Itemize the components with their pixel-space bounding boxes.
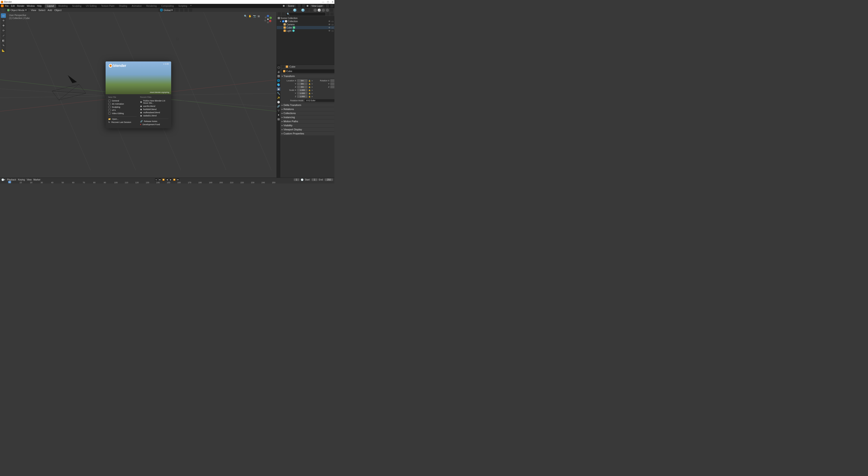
tab-modeling[interactable]: Modeling (56, 4, 70, 8)
splash-recent-3[interactable]: ◉vsdfwadawd.blend (140, 111, 168, 114)
tool-rotate[interactable]: ⟳ (1, 28, 6, 33)
prop-tab-object[interactable]: ▣ (277, 87, 280, 91)
prop-tab-output[interactable]: 🖨 (277, 70, 280, 74)
splash-recent-4[interactable]: ◉sadad21.blend (140, 114, 168, 117)
overlay-toggle-button[interactable] (301, 9, 305, 12)
viewport-menu-object[interactable]: Object (54, 9, 62, 11)
transform-orientation[interactable]: 🌐 Global ▾ (158, 8, 174, 12)
keyframe-dot[interactable] (312, 93, 313, 94)
properties-editor-type-button[interactable] (282, 65, 284, 68)
tool-scale[interactable]: ⤢ (1, 33, 6, 38)
pivot-point-button[interactable] (176, 9, 179, 12)
lock-icon[interactable]: 🔓 (308, 92, 311, 95)
outliner-item-camera[interactable]: Camera 👁▭ (277, 23, 334, 26)
location-z-input[interactable]: 0m (297, 86, 308, 88)
disclosure-triangle-icon[interactable]: ▾ (280, 20, 282, 23)
jump-end-button[interactable]: ⏭ (177, 178, 179, 181)
prop-tab-constraints[interactable]: 🔗 (277, 104, 280, 108)
viewport-menu-add[interactable]: Add (48, 9, 52, 11)
overlay-settings-button[interactable] (306, 9, 309, 12)
tool-annotate[interactable]: ✎ (1, 43, 6, 48)
visibility-eye-icon[interactable]: 👁 (328, 20, 331, 23)
scale-y-input[interactable]: 1.000 (297, 92, 308, 95)
tab-compositing[interactable]: Compositing (159, 4, 176, 8)
splash-recent-0[interactable]: ◉Roblox New Blender 2.8 Move Silv... (140, 99, 168, 105)
outliner-search-input[interactable]: 🔍 (286, 13, 326, 15)
keyframe-dot[interactable] (312, 87, 313, 88)
outliner-collection[interactable]: ▾ Collection 👁▭ (277, 20, 334, 23)
tab-shading[interactable]: Shading (117, 4, 129, 8)
window-maximize-button[interactable]: ▢ (327, 1, 329, 3)
panel-viewport-display-header[interactable]: ▸Viewport Display (280, 128, 334, 131)
prop-tab-render[interactable]: 🖵 (277, 66, 280, 69)
camera-view-icon[interactable]: 📷 (253, 15, 256, 18)
menu-render[interactable]: Render (17, 5, 24, 7)
shading-wireframe-button[interactable] (314, 9, 317, 12)
mode-selector[interactable]: Object Mode ▾ (6, 8, 28, 12)
splash-new-vfx[interactable]: VFX (108, 109, 136, 112)
tool-move[interactable]: ✥ (1, 23, 6, 28)
viewport-menu-view[interactable]: View (31, 9, 36, 11)
panel-visibility-header[interactable]: ▸Visibility (280, 124, 334, 127)
keyframe-dot[interactable] (312, 96, 313, 97)
panel-instancing-header[interactable]: ▸Instancing (280, 115, 334, 119)
tab-sculpting[interactable]: Sculpting (70, 4, 84, 8)
viewport-menu-select[interactable]: Select (38, 9, 45, 11)
tool-cursor[interactable]: ✛ (1, 18, 6, 23)
outliner-item-cube[interactable]: Cube 👁▭ (277, 26, 334, 29)
prop-tab-modifiers[interactable]: 🔧 (277, 92, 280, 95)
delete-viewlayer-button[interactable] (330, 4, 334, 7)
new-scene-button[interactable] (298, 4, 301, 7)
visibility-eye-icon[interactable]: 👁 (328, 27, 331, 29)
timeline-menu-marker[interactable]: Marker (33, 178, 40, 181)
scene-selector[interactable]: Scene (286, 4, 296, 7)
location-x-input[interactable]: 0m (297, 79, 308, 82)
timeline-menu-view[interactable]: View (27, 178, 32, 181)
lock-icon[interactable]: 🔓 (308, 83, 311, 85)
prop-tab-material[interactable]: ● (277, 113, 280, 116)
outliner-display-mode-button[interactable] (282, 12, 285, 15)
tool-select[interactable]: ▭ (1, 13, 6, 18)
gizmo-toggle-button[interactable] (293, 9, 297, 12)
rotation-y-input[interactable]: 0° (330, 82, 334, 85)
timeline-editor-type-button[interactable]: 🕘▾ (1, 178, 5, 181)
start-frame-input[interactable]: 1 (312, 178, 317, 181)
rotation-mode-dropdown[interactable]: XYZ Euler▾ (305, 99, 334, 102)
shading-lookdev-button[interactable] (322, 9, 325, 12)
pan-icon[interactable]: ✋ (248, 15, 252, 18)
proportional-edit-button[interactable] (189, 9, 192, 12)
navigation-gizmo[interactable]: Y X Z (264, 15, 273, 24)
xray-toggle-button[interactable] (310, 9, 313, 12)
end-frame-input[interactable]: 250 (325, 178, 333, 181)
zoom-icon[interactable]: 🔍 (244, 15, 247, 18)
window-close-button[interactable]: ✕ (332, 1, 334, 3)
rotation-x-input[interactable]: 0° (330, 79, 334, 82)
gizmo-settings-button[interactable] (297, 9, 301, 12)
editor-type-button[interactable] (1, 9, 4, 12)
visibility-eye-icon[interactable]: 👁 (328, 30, 331, 32)
keyframe-dot[interactable] (312, 80, 313, 81)
outliner-editor-type-button[interactable] (278, 12, 281, 15)
current-frame-input[interactable]: 1 (294, 178, 300, 181)
rotation-z-input[interactable]: 0° (330, 86, 334, 88)
scale-z-input[interactable]: 1.000 (297, 95, 308, 98)
shading-settings-button[interactable] (330, 9, 333, 12)
prop-tab-viewlayer[interactable]: 🖼 (277, 74, 280, 78)
new-viewlayer-button[interactable] (326, 4, 329, 7)
snap-type-button[interactable] (185, 9, 188, 12)
splash-recent-2[interactable]: ◉fesfdsfef.blend (140, 108, 168, 111)
jump-next-key-button[interactable]: ⏩ (173, 178, 176, 181)
delete-scene-button[interactable] (302, 4, 305, 7)
lock-icon[interactable]: 🔓 (308, 86, 311, 88)
splash-release-notes[interactable]: 🔗Release Notes (140, 120, 160, 123)
tab-animation[interactable]: Animation (129, 4, 144, 8)
menu-help[interactable]: Help (37, 5, 42, 7)
tab-uv-editing[interactable]: UV Editing (84, 4, 99, 8)
tool-transform[interactable]: ◧ (1, 38, 6, 43)
splash-new-sculpting[interactable]: Sculpting (108, 105, 136, 109)
prop-tab-data[interactable]: ▽ (277, 109, 280, 112)
timeline-menu-playback[interactable]: Playback (7, 178, 16, 181)
prop-tab-scene[interactable]: 🌐 (277, 79, 280, 82)
keyframe-dot[interactable] (312, 90, 313, 91)
splash-new-video[interactable]: Video Editing (108, 112, 136, 115)
